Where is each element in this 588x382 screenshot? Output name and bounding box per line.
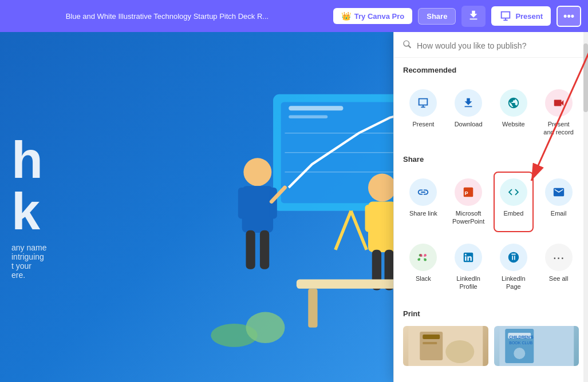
download-option-icon xyxy=(455,89,482,117)
print-thumb-1[interactable] xyxy=(403,326,488,366)
website-option-icon xyxy=(500,89,527,117)
publish-search-bar xyxy=(394,32,588,58)
more-options-button[interactable]: ••• xyxy=(557,6,581,27)
svg-point-30 xyxy=(243,158,271,186)
option-embed[interactable]: Embed xyxy=(494,172,534,233)
svg-point-70 xyxy=(445,340,474,363)
share-link-label: Share link xyxy=(409,209,437,217)
see-all-label: See all xyxy=(549,274,569,282)
svg-text:CHILDREN'S: CHILDREN'S xyxy=(509,335,534,339)
linkedin-page-icon xyxy=(500,244,527,271)
see-all-icon: ··· xyxy=(545,244,573,271)
svg-rect-41 xyxy=(365,205,373,232)
recommended-title: Recommended xyxy=(403,66,579,74)
publish-search-input[interactable] xyxy=(417,41,579,50)
option-powerpoint[interactable]: P Microsoft PowerPoint xyxy=(448,172,489,233)
slide-text-area: h k any name intriguing t your ere. xyxy=(0,123,58,291)
popup-body: Recommended Present Download xyxy=(394,58,588,382)
slack-icon xyxy=(409,244,437,271)
option-linkedin-page[interactable]: LinkedIn Page xyxy=(494,237,534,298)
slide-letter-h: h xyxy=(11,134,46,186)
svg-rect-31 xyxy=(242,186,273,233)
slide-letter-k: k xyxy=(11,186,46,237)
download-icon xyxy=(467,9,480,22)
main-area: h k any name intriguing t your ere. xyxy=(0,32,588,382)
try-pro-button[interactable]: 👑 Try Canva Pro xyxy=(333,8,412,24)
share-section: Share Share link P Microsoft Po xyxy=(403,155,579,298)
svg-point-39 xyxy=(368,174,396,202)
svg-rect-36 xyxy=(260,230,269,269)
print-section: Print xyxy=(403,309,579,366)
powerpoint-icon: P xyxy=(455,178,482,206)
option-slack[interactable]: Slack xyxy=(403,237,444,298)
email-icon xyxy=(545,178,573,206)
present-button[interactable]: Present xyxy=(491,6,551,26)
publish-popup-panel: Recommended Present Download xyxy=(393,32,588,382)
svg-point-76 xyxy=(514,348,525,359)
embed-label: Embed xyxy=(503,209,523,217)
scrollbar-track xyxy=(583,32,588,382)
app-header: Blue and White Illustrative Technology S… xyxy=(0,0,588,32)
slack-label: Slack xyxy=(416,274,431,282)
header-title-area: Blue and White Illustrative Technology S… xyxy=(7,12,327,21)
svg-point-38 xyxy=(246,312,285,343)
present-record-option-icon xyxy=(545,89,573,117)
present-record-option-label: Present and record xyxy=(542,120,575,137)
svg-text:BOOK CLUB: BOOK CLUB xyxy=(509,341,532,345)
present-icon xyxy=(499,10,512,22)
scrollbar-thumb[interactable] xyxy=(583,43,588,112)
svg-rect-32 xyxy=(238,188,246,218)
option-present[interactable]: Present xyxy=(403,82,444,144)
download-button[interactable] xyxy=(461,6,486,27)
linkedin-profile-icon xyxy=(455,244,482,271)
option-website[interactable]: Website xyxy=(494,82,534,144)
present-option-icon xyxy=(409,89,437,117)
share-button[interactable]: Share xyxy=(418,8,456,25)
option-present-record[interactable]: Present and record xyxy=(538,82,579,144)
powerpoint-label: Microsoft PowerPoint xyxy=(452,209,486,226)
option-download[interactable]: Download xyxy=(448,82,489,144)
website-option-label: Website xyxy=(502,120,525,128)
more-dots-icon: ••• xyxy=(563,10,574,22)
recommended-grid: Present Download Website xyxy=(403,82,579,144)
svg-text:P: P xyxy=(465,190,468,196)
option-linkedin-profile[interactable]: LinkedIn Profile xyxy=(448,237,489,298)
share-grid: Share link P Microsoft PowerPoint xyxy=(403,172,579,298)
option-email[interactable]: Email xyxy=(538,172,579,233)
linkedin-page-label: LinkedIn Page xyxy=(497,274,531,291)
present-option-label: Present xyxy=(412,120,434,128)
download-option-label: Download xyxy=(455,120,483,128)
embed-icon xyxy=(500,178,527,206)
slide-body-text: any name intriguing t your ere. xyxy=(11,243,46,280)
print-thumbnails: CHILDREN'S BOOK CLUB xyxy=(403,326,579,366)
option-see-all[interactable]: ··· See all xyxy=(538,237,579,298)
document-title: Blue and White Illustrative Technology S… xyxy=(7,12,327,21)
svg-rect-26 xyxy=(289,106,343,110)
svg-rect-52 xyxy=(308,289,317,328)
print-section-title: Print xyxy=(403,309,579,318)
svg-line-28 xyxy=(336,211,351,250)
search-icon xyxy=(403,40,412,51)
email-label: Email xyxy=(551,209,567,217)
print-thumb-2[interactable]: CHILDREN'S BOOK CLUB xyxy=(494,326,579,366)
recommended-section: Recommended Present Download xyxy=(403,66,579,144)
svg-rect-35 xyxy=(246,230,255,269)
svg-rect-69 xyxy=(423,342,437,344)
share-link-icon xyxy=(409,178,437,206)
option-share-link[interactable]: Share link xyxy=(403,172,444,233)
linkedin-profile-label: LinkedIn Profile xyxy=(452,274,486,291)
share-section-title: Share xyxy=(403,155,579,164)
crown-icon: 👑 xyxy=(341,11,351,21)
svg-rect-27 xyxy=(289,116,327,118)
svg-line-29 xyxy=(351,211,366,250)
svg-rect-68 xyxy=(423,335,440,339)
